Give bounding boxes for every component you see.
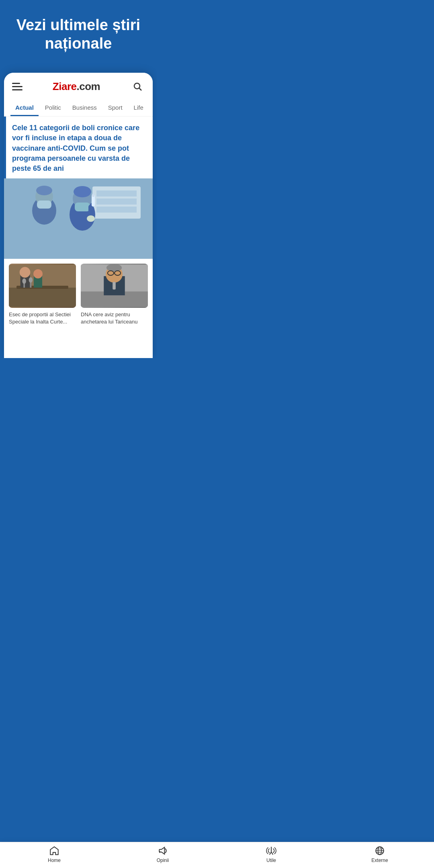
- hero-title: Vezi ultimele știri naționale: [8, 16, 149, 53]
- svg-rect-21: [9, 288, 76, 307]
- svg-point-26: [33, 269, 43, 278]
- svg-rect-40: [113, 282, 116, 290]
- svg-point-30: [29, 277, 33, 283]
- svg-point-36: [106, 264, 122, 272]
- svg-rect-11: [37, 201, 51, 209]
- medical-illustration: [4, 178, 153, 259]
- article-image-2: [81, 264, 148, 308]
- articles-grid: Esec de proportii al Sectiei Speciale la…: [4, 259, 153, 326]
- nav-tabs: Actual Politic Business Sport Life: [4, 100, 153, 117]
- medical-image-content: [4, 178, 153, 259]
- article-caption-2[interactable]: DNA cere aviz pentru anchetarea lui Tari…: [81, 311, 148, 326]
- logo[interactable]: Ziare.com: [53, 80, 100, 93]
- svg-rect-6: [96, 199, 137, 205]
- content-area: Cele 11 categorii de boli cronice care v…: [4, 117, 153, 358]
- article-thumb-2: [81, 264, 148, 308]
- main-article[interactable]: Cele 11 categorii de boli cronice care v…: [4, 117, 153, 178]
- svg-point-24: [20, 267, 31, 278]
- svg-point-0: [134, 83, 140, 89]
- tab-politic[interactable]: Politic: [40, 100, 66, 116]
- tab-business[interactable]: Business: [68, 100, 102, 116]
- navbar: Ziare.com: [4, 73, 153, 100]
- app-card: Ziare.com Actual Politic Business Sport …: [4, 73, 153, 358]
- svg-point-10: [36, 186, 52, 195]
- logo-black: .com: [76, 80, 100, 92]
- svg-rect-5: [96, 190, 137, 197]
- tab-sport[interactable]: Sport: [103, 100, 127, 116]
- search-icon: [133, 82, 142, 91]
- svg-point-14: [74, 186, 91, 197]
- logo-red: Ziare: [53, 80, 77, 92]
- article-image-1: [9, 264, 76, 308]
- hamburger-menu-button[interactable]: [12, 83, 23, 90]
- svg-point-28: [22, 278, 26, 284]
- main-article-wrapper: Cele 11 categorii de boli cronice care v…: [4, 117, 153, 178]
- main-article-image: [4, 178, 153, 259]
- article-card-1[interactable]: Esec de proportii al Sectiei Speciale la…: [9, 264, 76, 326]
- article-card-2[interactable]: DNA cere aviz pentru anchetarea lui Tari…: [81, 264, 148, 326]
- main-article-title[interactable]: Cele 11 categorii de boli cronice care v…: [12, 123, 145, 174]
- svg-rect-7: [96, 207, 137, 213]
- svg-rect-15: [75, 203, 90, 211]
- svg-rect-18: [92, 194, 94, 197]
- article-caption-1[interactable]: Esec de proportii al Sectiei Speciale la…: [9, 311, 76, 326]
- svg-line-1: [139, 88, 142, 91]
- svg-point-19: [87, 215, 95, 222]
- hero-section: Vezi ultimele știri naționale: [0, 0, 157, 73]
- tab-life[interactable]: Life: [129, 100, 148, 116]
- search-button[interactable]: [130, 79, 145, 94]
- article-thumb-1: [9, 264, 76, 308]
- tab-actual[interactable]: Actual: [10, 100, 39, 116]
